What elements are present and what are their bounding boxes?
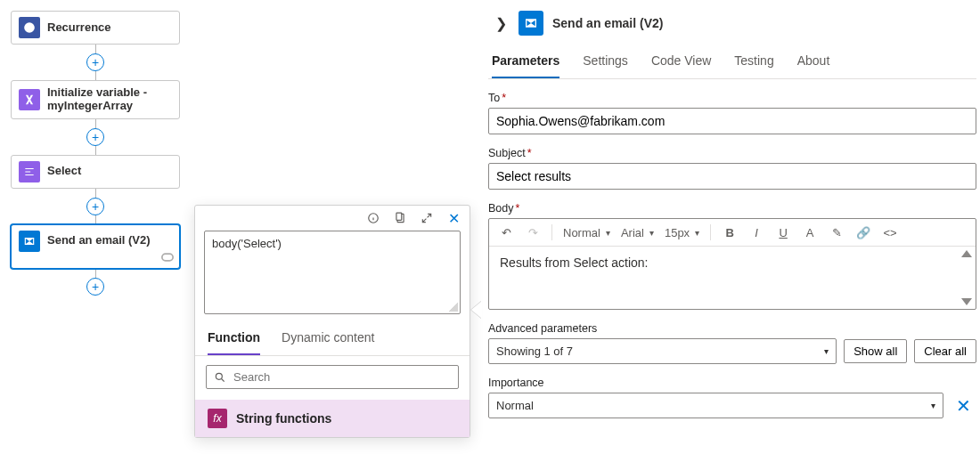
link-icon[interactable]: 🔗 (855, 226, 871, 239)
subject-label: Subject* (488, 147, 976, 159)
redo-icon[interactable]: ↷ (525, 226, 541, 239)
svg-point-3 (216, 373, 222, 379)
connector: + (11, 119, 180, 155)
tab-code-view[interactable]: Code View (651, 48, 711, 78)
show-all-button[interactable]: Show all (844, 339, 907, 363)
search-icon (214, 371, 226, 384)
bold-icon[interactable]: B (722, 226, 738, 239)
connector: + (11, 45, 180, 80)
chevron-down-icon: ▾ (649, 228, 654, 238)
outlook-icon (519, 11, 543, 36)
add-step-button[interactable]: + (86, 128, 104, 146)
body-label: Body* (488, 202, 976, 215)
size-select[interactable]: 15px▾ (665, 226, 699, 239)
panel-pointer-icon (471, 301, 482, 319)
font-color-icon[interactable]: A (802, 226, 818, 239)
flow-card-label: Recurrence (47, 21, 111, 35)
select-icon (19, 161, 40, 182)
remove-param-button[interactable]: ✕ (951, 395, 976, 417)
importance-value: Normal (496, 399, 534, 412)
style-select[interactable]: Normal▾ (563, 226, 610, 239)
close-icon[interactable]: ✕ (446, 211, 461, 225)
function-search-input[interactable] (206, 365, 459, 389)
scroll-up-icon[interactable] (961, 250, 972, 257)
clear-all-button[interactable]: Clear all (914, 339, 976, 363)
flow-card-select[interactable]: Select (11, 155, 180, 189)
fx-icon: fx (208, 409, 227, 428)
connector: + (11, 269, 180, 296)
expression-editor-panel: ✕ body('Select') Function Dynamic conten… (194, 205, 470, 438)
svg-rect-2 (396, 213, 402, 220)
body-text-input[interactable]: Results from Select action: (489, 247, 976, 309)
add-step-button[interactable]: + (86, 198, 104, 215)
flow-card-send-email[interactable]: Send an email (V2) (11, 224, 180, 269)
flow-card-recurrence[interactable]: Recurrence (11, 11, 180, 45)
tab-function[interactable]: Function (208, 325, 260, 355)
action-config-panel: ❯ Send an email (V2) Parameters Settings… (488, 5, 976, 418)
expression-tabs: Function Dynamic content (195, 321, 470, 356)
config-tabs: Parameters Settings Code View Testing Ab… (488, 43, 976, 79)
info-icon[interactable] (366, 211, 380, 225)
outlook-icon (19, 231, 40, 252)
scroll-down-icon[interactable] (961, 298, 972, 305)
expression-input[interactable]: body('Select') (204, 231, 461, 314)
tab-testing[interactable]: Testing (734, 48, 773, 78)
clock-icon (19, 17, 40, 38)
body-text-value: Results from Select action: (500, 255, 649, 270)
function-category-string[interactable]: fx String functions (195, 400, 470, 437)
function-category-label: String functions (236, 411, 331, 426)
font-select[interactable]: Arial▾ (621, 226, 654, 239)
chevron-down-icon: ▾ (695, 228, 699, 238)
dynamic-content-indicator-icon (161, 251, 174, 264)
undo-icon[interactable]: ↶ (498, 226, 514, 239)
tab-dynamic-content[interactable]: Dynamic content (282, 325, 374, 355)
connector: + (11, 189, 180, 224)
advanced-params-select[interactable]: Showing 1 of 7 ▾ (488, 338, 837, 364)
panel-title: Send an email (V2) (552, 16, 663, 30)
add-step-button[interactable]: + (86, 278, 104, 296)
tab-parameters[interactable]: Parameters (492, 48, 559, 78)
to-field[interactable] (488, 108, 976, 134)
tab-settings[interactable]: Settings (583, 48, 628, 78)
flow-card-init-variable[interactable]: Initialize variable - myIntegerArray (11, 80, 180, 119)
subject-field[interactable] (488, 163, 976, 190)
advanced-params-label: Advanced parameters (488, 322, 976, 335)
code-icon[interactable]: <> (882, 226, 898, 239)
collapse-panel-button[interactable]: ❯ (492, 14, 510, 32)
italic-icon[interactable]: I (748, 226, 764, 239)
importance-label: Importance (488, 377, 976, 389)
flow-card-label: Initialize variable - myIntegerArray (47, 86, 147, 113)
body-editor: ↶ ↷ Normal▾ Arial▾ 15px▾ B I U A ✎ 🔗 <> … (488, 218, 976, 310)
underline-icon[interactable]: U (775, 226, 791, 239)
expand-icon[interactable] (420, 211, 434, 225)
clipboard-icon[interactable] (393, 211, 407, 225)
chevron-down-icon: ▾ (931, 401, 935, 410)
highlight-icon[interactable]: ✎ (829, 226, 845, 239)
chevron-down-icon: ▾ (606, 228, 610, 238)
to-label: To* (488, 92, 976, 104)
add-step-button[interactable]: + (86, 53, 104, 71)
rte-toolbar: ↶ ↷ Normal▾ Arial▾ 15px▾ B I U A ✎ 🔗 <> (489, 219, 976, 247)
importance-select[interactable]: Normal ▾ (488, 393, 943, 418)
flow-card-label: Select (47, 165, 81, 178)
tab-about[interactable]: About (797, 48, 830, 78)
flow-card-label: Send an email (V2) (47, 234, 151, 247)
chevron-down-icon: ▾ (824, 346, 829, 356)
advanced-params-summary: Showing 1 of 7 (496, 345, 573, 358)
variable-icon (19, 89, 40, 110)
workflow-designer-column: Recurrence + Initialize variable - myInt… (11, 11, 180, 296)
expression-toolbar: ✕ (195, 206, 470, 231)
